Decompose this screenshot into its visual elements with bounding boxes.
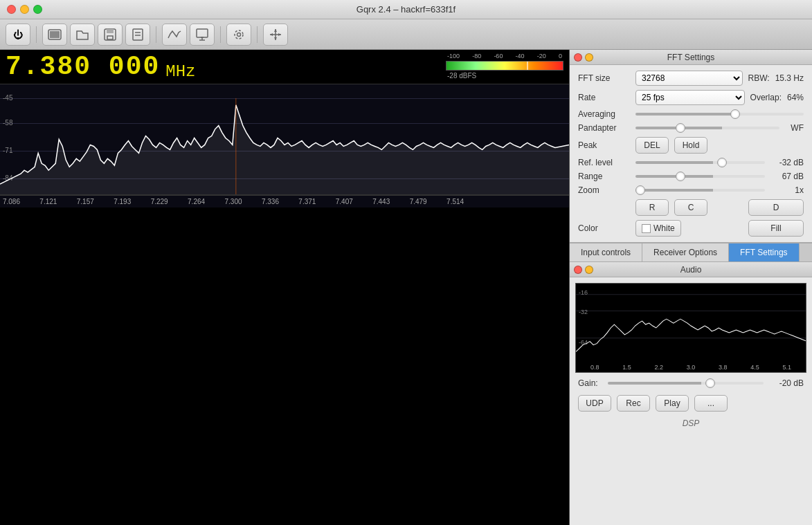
more-button[interactable]: ...: [694, 395, 728, 412]
tab-bar: Input controls Receiver Options FFT Sett…: [570, 243, 812, 262]
svg-rect-4: [107, 36, 113, 39]
fft-settings-panel: FFT Settings FFT size 32768 RBW: 15.3 Hz…: [570, 50, 812, 243]
svg-rect-8: [197, 29, 208, 37]
screen-button[interactable]: [190, 24, 215, 46]
range-slider-container: [635, 175, 765, 178]
fill-button[interactable]: Fill: [748, 220, 804, 237]
minimize-button[interactable]: [20, 5, 29, 14]
rbw-value: 15.3 Hz: [775, 73, 804, 83]
freq-label-2: 7.121: [39, 198, 57, 205]
hold-button[interactable]: Hold: [674, 137, 707, 154]
pandapter-slider-container: [635, 127, 779, 129]
white-label: White: [653, 223, 675, 233]
audio-freq-6: 4.5: [750, 364, 759, 371]
gain-slider[interactable]: [608, 382, 764, 385]
spectrum-svg: [0, 84, 569, 194]
fft-settings-tab[interactable]: FFT Settings: [729, 243, 799, 261]
averaging-slider[interactable]: [635, 113, 804, 116]
audio-minimize-button[interactable]: [585, 266, 593, 274]
ref-level-row: Ref. level -32 dB: [578, 158, 804, 167]
audio-freq-2: 1.5: [622, 364, 631, 371]
ref-level-value: -32 dB: [770, 158, 804, 167]
overlap-value: 64%: [787, 93, 804, 102]
freq-label-5: 7.229: [151, 198, 168, 205]
pandapter-slider[interactable]: [635, 127, 779, 129]
ref-level-slider[interactable]: [635, 161, 765, 164]
rate-select[interactable]: 25 fps: [635, 90, 745, 105]
panel-close-buttons: [574, 53, 593, 62]
ref-level-slider-container: [635, 161, 765, 164]
peak-row: Peak DEL Hold: [578, 137, 804, 154]
zoom-value: 1x: [770, 185, 804, 195]
d-button[interactable]: D: [748, 199, 804, 216]
panel-minimize-button[interactable]: [585, 53, 593, 62]
del-button[interactable]: DEL: [635, 137, 669, 154]
wf-label: WF: [791, 123, 804, 133]
freq-label-9: 7.371: [298, 198, 316, 205]
move-button[interactable]: [263, 24, 288, 46]
freq-axis: 7.086 7.121 7.157 7.193 7.229 7.264 7.30…: [0, 195, 569, 208]
audio-spectrum-svg: [576, 284, 806, 372]
audio-buttons: UDP Rec Play ...: [570, 391, 812, 416]
range-value: 67 dB: [770, 172, 804, 181]
toolbar-separator: [36, 26, 37, 43]
dsp-label: DSP: [570, 416, 812, 431]
window-title: Gqrx 2.4 – hackrf=633f1f: [357, 4, 455, 15]
frequency-value[interactable]: 7.380 000: [6, 52, 160, 82]
range-slider[interactable]: [635, 175, 765, 178]
peak-label: Peak: [578, 140, 630, 150]
svg-marker-18: [270, 33, 273, 36]
maximize-button[interactable]: [33, 5, 42, 14]
c-button[interactable]: C: [674, 199, 707, 216]
pandapter-label: Pandapter: [578, 123, 630, 133]
white-checkbox[interactable]: [642, 224, 651, 233]
rate-label: Rate: [578, 93, 630, 102]
settings-button[interactable]: [226, 24, 251, 46]
toolbar-separator-4: [257, 26, 258, 43]
audio-close-buttons: [574, 266, 593, 274]
toolbar: ⏻: [0, 19, 812, 50]
svg-point-12: [237, 33, 241, 36]
svg-marker-20: [0, 105, 569, 194]
receiver-options-tab[interactable]: Receiver Options: [642, 243, 729, 261]
demod-button[interactable]: [162, 24, 187, 46]
ref-level-label: Ref. level: [578, 158, 630, 167]
svg-rect-5: [133, 29, 143, 40]
audio-freq-5: 3.8: [719, 364, 728, 371]
input-controls-tab[interactable]: Input controls: [570, 243, 642, 261]
averaging-row: Averaging: [578, 109, 804, 119]
gain-label: Gain:: [578, 378, 602, 388]
udp-button[interactable]: UDP: [578, 395, 611, 412]
rbw-label: RBW:: [748, 73, 770, 83]
fft-panel-titlebar: FFT Settings: [570, 50, 812, 65]
fft-size-label: FFT size: [578, 73, 630, 83]
play-button[interactable]: Play: [656, 395, 689, 412]
audio-panel: Audio -16 -32 -64 0.8 1.5: [570, 262, 812, 525]
traffic-lights: [7, 5, 42, 14]
rec-button[interactable]: Rec: [617, 395, 650, 412]
gain-slider-container: [608, 382, 764, 385]
power-button[interactable]: ⏻: [6, 24, 30, 46]
r-button[interactable]: R: [635, 199, 669, 216]
audio-freq-7: 5.1: [783, 364, 792, 371]
bookmark-button[interactable]: [125, 24, 150, 46]
titlebar: Gqrx 2.4 – hackrf=633f1f: [0, 0, 812, 19]
open-button[interactable]: [70, 24, 95, 46]
close-button[interactable]: [7, 5, 16, 14]
save-button[interactable]: [98, 24, 123, 46]
svg-marker-19: [278, 33, 281, 36]
zoom-slider[interactable]: [635, 189, 765, 192]
color-label: Color: [578, 223, 630, 233]
audio-close-button[interactable]: [574, 266, 582, 274]
device-button[interactable]: [42, 24, 67, 46]
panel-close-button[interactable]: [574, 53, 582, 62]
color-row: Color White Fill: [578, 220, 804, 237]
white-checkbox-container[interactable]: White: [635, 220, 681, 237]
fft-size-select[interactable]: 32768: [635, 71, 743, 86]
spectrum-view[interactable]: -45 -58 -71 -84: [0, 84, 569, 195]
signal-meter-scale: -100 -80 -60 -40 -20 0: [446, 53, 563, 59]
freq-label-11: 7.443: [372, 198, 390, 205]
frequency-unit: MHz: [165, 62, 195, 84]
gain-value: -20 dB: [769, 378, 804, 388]
main-content: 7.380 000 MHz -100 -80 -60 -40 -20 0 -28…: [0, 50, 812, 525]
